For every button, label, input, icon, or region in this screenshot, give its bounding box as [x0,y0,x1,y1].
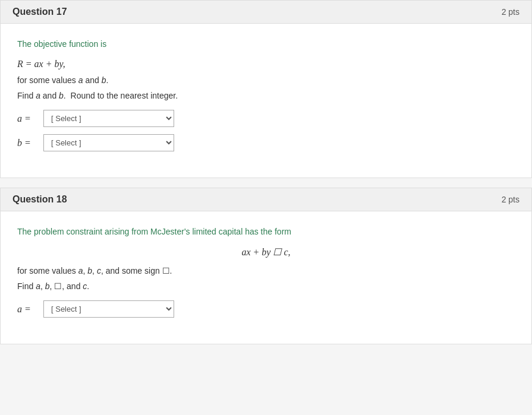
question-18-body: The problem constraint arising from McJe… [1,211,531,344]
question-18-label-a: a = [17,304,39,315]
question-18-find-text: Find a, b, ☐, and c. [17,281,515,291]
question-18-card: Question 18 2 pts The problem constraint… [0,188,532,344]
question-17-card: Question 17 2 pts The objective function… [0,0,532,178]
question-17-intro: The objective function is [17,38,515,50]
question-18-select-a-row: a = [ Select ] 1 2 3 4 5 -1 -2 -3 -4 -5 [17,300,515,318]
question-17-label-a: a = [17,113,39,124]
question-18-math-eq: ax + by ☐ c, [17,246,515,258]
question-17-select-a-row: a = [ Select ] 1 2 3 4 5 -1 -2 -3 -4 -5 [17,110,515,127]
question-17-title: Question 17 [12,7,67,17]
question-17-label-b: b = [17,138,39,148]
question-17-select-a[interactable]: [ Select ] 1 2 3 4 5 -1 -2 -3 -4 -5 [43,110,174,127]
question-17-select-b-row: b = [ Select ] 1 2 3 4 5 -1 -2 -3 -4 -5 [17,134,515,151]
question-18-header: Question 18 2 pts [1,188,531,211]
question-18-pts: 2 pts [502,195,520,204]
question-17-plain-text: for some values a and b. [17,75,515,85]
question-17-select-b[interactable]: [ Select ] 1 2 3 4 5 -1 -2 -3 -4 -5 [43,134,174,151]
question-17-body: The objective function is R = ax + by, f… [1,24,531,178]
question-18-title: Question 18 [12,194,67,205]
question-18-plain-text: for some values a, b, c, and some sign ☐… [17,266,515,275]
question-18-intro: The problem constraint arising from McJe… [17,226,515,238]
page-container: Question 17 2 pts The objective function… [0,0,532,344]
question-18-select-a[interactable]: [ Select ] 1 2 3 4 5 -1 -2 -3 -4 -5 [43,300,174,318]
question-17-math-eq: R = ax + by, [17,59,515,69]
question-17-find-text: Find a and b. Round to the nearest integ… [17,91,515,100]
question-17-pts: 2 pts [502,7,520,17]
question-17-header: Question 17 2 pts [1,1,531,24]
